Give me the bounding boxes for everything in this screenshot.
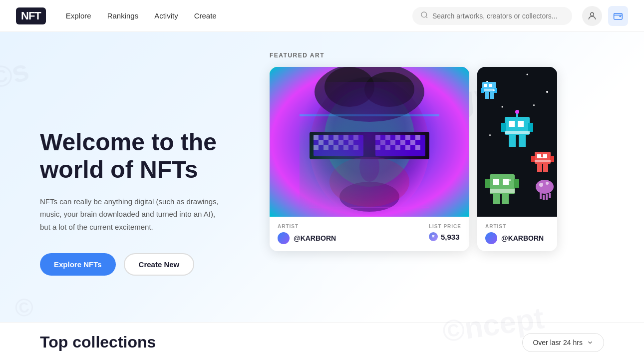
wallet-icon — [613, 11, 623, 21]
svg-rect-78 — [493, 179, 499, 185]
svg-rect-31 — [405, 135, 410, 140]
svg-point-9 — [359, 152, 379, 182]
search-input[interactable] — [432, 12, 564, 20]
price-row: Ξ 5,933 — [429, 232, 461, 241]
artist-col-secondary: ARTIST @KARBORN — [485, 224, 549, 244]
user-icon — [587, 11, 597, 21]
svg-rect-42 — [363, 143, 375, 147]
svg-rect-80 — [493, 194, 500, 204]
navbar: NFT Explore Rankings Activity Create — [0, 0, 644, 32]
star — [493, 89, 495, 91]
svg-point-85 — [536, 180, 554, 194]
svg-rect-74 — [531, 156, 535, 162]
svg-rect-26 — [353, 145, 358, 150]
featured-label: FEATURED ART — [270, 52, 624, 59]
nav-explore[interactable]: Explore — [66, 11, 91, 20]
svg-point-7 — [324, 67, 374, 107]
svg-point-0 — [421, 12, 427, 17]
price-label: LIST PRICE — [429, 224, 461, 229]
pixel-art — [477, 67, 557, 217]
svg-rect-32 — [415, 135, 420, 140]
featured-cards: ARTIST @KARBORN LIST PRICE Ξ 5,933 — [270, 67, 624, 342]
svg-rect-65 — [528, 123, 533, 132]
svg-point-49 — [546, 91, 548, 93]
svg-rect-81 — [502, 194, 509, 204]
hero-title: Welcome to the world of NFTs — [40, 128, 220, 183]
svg-rect-44 — [300, 114, 439, 116]
svg-rect-3 — [270, 67, 469, 217]
nav-activity[interactable]: Activity — [154, 11, 178, 20]
svg-rect-45 — [310, 207, 429, 208]
svg-rect-72 — [537, 164, 542, 172]
svg-rect-73 — [543, 164, 548, 172]
svg-rect-33 — [380, 140, 385, 145]
card-info-secondary: ARTIST @KARBORN — [477, 217, 557, 251]
svg-point-43 — [329, 157, 409, 207]
logo[interactable]: NFT — [16, 7, 46, 24]
create-new-button[interactable]: Create New — [124, 253, 195, 276]
wallet-button[interactable] — [608, 6, 628, 26]
svg-rect-14 — [323, 135, 328, 140]
svg-rect-25 — [343, 145, 348, 150]
svg-rect-82 — [485, 179, 490, 188]
svg-rect-36 — [410, 140, 415, 145]
card-image-secondary — [477, 67, 557, 217]
star — [489, 134, 491, 136]
star — [533, 104, 535, 106]
card-image-main — [270, 67, 469, 217]
svg-point-90 — [539, 183, 543, 187]
nft-artwork — [270, 67, 469, 217]
svg-point-1 — [591, 12, 594, 16]
main-content: ©s © ©tology ©ncept Welcome to the world… — [0, 32, 644, 362]
svg-point-8 — [364, 72, 414, 107]
svg-rect-37 — [375, 145, 380, 150]
search-bar[interactable] — [412, 7, 572, 25]
svg-rect-17 — [353, 135, 358, 140]
svg-rect-22 — [314, 145, 319, 150]
svg-rect-2 — [614, 13, 623, 19]
svg-rect-16 — [343, 135, 348, 140]
svg-rect-41 — [415, 145, 420, 150]
nav-links: Explore Rankings Activity Create — [66, 11, 412, 20]
svg-point-5 — [324, 87, 414, 187]
profile-button[interactable] — [582, 6, 602, 26]
svg-rect-23 — [323, 145, 328, 150]
svg-rect-66 — [505, 131, 530, 134]
pixel-robots-svg — [477, 67, 557, 217]
svg-rect-89 — [549, 193, 551, 198]
artist-label-secondary: ARTIST — [485, 224, 549, 229]
svg-rect-35 — [400, 140, 405, 145]
svg-rect-55 — [490, 92, 494, 99]
svg-rect-87 — [543, 195, 545, 200]
card-info-main: ARTIST @KARBORN LIST PRICE Ξ 5,933 — [270, 217, 469, 251]
svg-rect-12 — [314, 135, 363, 156]
artist-info-secondary: @KARBORN — [485, 232, 549, 244]
svg-rect-24 — [333, 145, 338, 150]
svg-rect-62 — [509, 135, 516, 147]
nav-rankings[interactable]: Rankings — [107, 11, 139, 20]
svg-rect-70 — [537, 154, 541, 158]
avatar-secondary — [485, 232, 497, 244]
nav-icons — [582, 6, 628, 26]
svg-rect-34 — [390, 140, 395, 145]
featured-card-secondary[interactable]: ARTIST @KARBORN — [477, 67, 557, 251]
eth-icon: Ξ — [429, 232, 438, 241]
featured-card-main[interactable]: ARTIST @KARBORN LIST PRICE Ξ 5,933 — [270, 67, 469, 251]
svg-rect-60 — [509, 121, 515, 127]
svg-rect-19 — [328, 140, 333, 145]
svg-rect-39 — [395, 145, 400, 150]
svg-rect-76 — [535, 160, 551, 162]
hero-buttons: Explore NFTs Create New — [40, 253, 220, 276]
artist-info: @KARBORN — [278, 232, 336, 244]
svg-rect-40 — [405, 145, 410, 150]
nav-create[interactable]: Create — [194, 11, 217, 20]
svg-rect-15 — [333, 135, 338, 140]
explore-nfts-button[interactable]: Explore NFTs — [40, 253, 116, 276]
artist-handle: @KARBORN — [294, 234, 336, 242]
avatar — [278, 232, 290, 244]
hero-left: Welcome to the world of NFTs NFTs can re… — [0, 32, 250, 362]
svg-rect-29 — [385, 135, 390, 140]
card-info-row: ARTIST @KARBORN LIST PRICE Ξ 5,933 — [278, 224, 461, 244]
nft-svg — [270, 67, 469, 217]
svg-rect-71 — [543, 154, 547, 158]
